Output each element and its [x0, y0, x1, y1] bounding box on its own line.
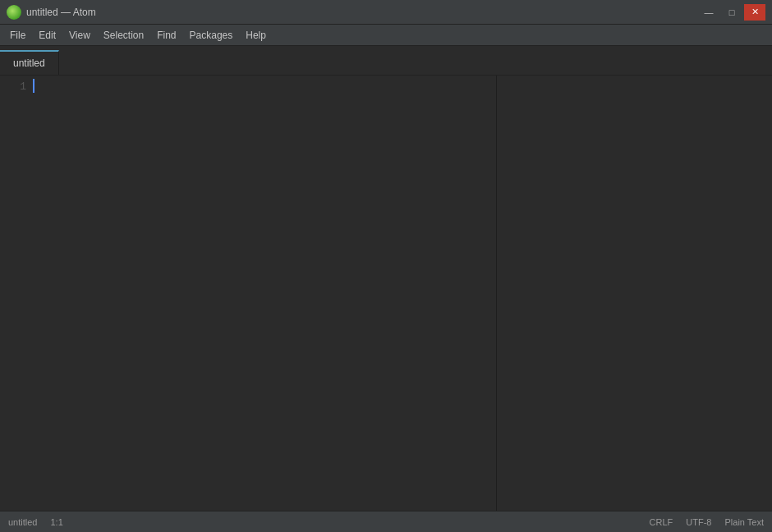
status-grammar[interactable]: Plain Text	[725, 517, 765, 527]
title-bar: untitled — Atom — □ ✕	[0, 0, 772, 25]
menu-bar: File Edit View Selection Find Packages H…	[0, 25, 772, 46]
menu-view[interactable]: View	[62, 27, 97, 44]
status-bar-left: untitled 1:1	[8, 517, 63, 527]
menu-find[interactable]: Find	[150, 27, 182, 44]
menu-help[interactable]: Help	[239, 27, 273, 44]
window-title: untitled — Atom	[26, 7, 96, 18]
text-cursor	[33, 79, 34, 93]
status-bar: untitled 1:1 CRLF UTF-8 Plain Text	[0, 511, 772, 532]
menu-selection[interactable]: Selection	[97, 27, 150, 44]
tab-label: untitled	[13, 57, 45, 69]
tab-untitled[interactable]: untitled	[0, 50, 59, 75]
editor-left-pane: 1	[0, 76, 497, 511]
minimize-button[interactable]: —	[698, 4, 719, 21]
status-encoding[interactable]: UTF-8	[686, 517, 711, 527]
title-bar-left: untitled — Atom	[7, 5, 96, 20]
menu-file[interactable]: File	[3, 27, 32, 44]
editor-content[interactable]	[33, 76, 496, 511]
editor-right-pane	[497, 76, 772, 511]
menu-edit[interactable]: Edit	[32, 27, 62, 44]
tab-bar: untitled	[0, 46, 772, 76]
menu-packages[interactable]: Packages	[183, 27, 240, 44]
line-numbers: 1	[0, 76, 33, 511]
atom-icon	[7, 5, 21, 20]
editor-container: 1	[0, 76, 772, 511]
close-button[interactable]: ✕	[744, 4, 765, 21]
status-filename[interactable]: untitled	[8, 517, 37, 527]
status-cursor-position[interactable]: 1:1	[50, 517, 62, 527]
status-line-ending[interactable]: CRLF	[650, 517, 673, 527]
maximize-button[interactable]: □	[721, 4, 742, 21]
line-number-1: 1	[7, 79, 26, 96]
status-bar-right: CRLF UTF-8 Plain Text	[650, 517, 764, 527]
window-controls[interactable]: — □ ✕	[698, 4, 765, 21]
